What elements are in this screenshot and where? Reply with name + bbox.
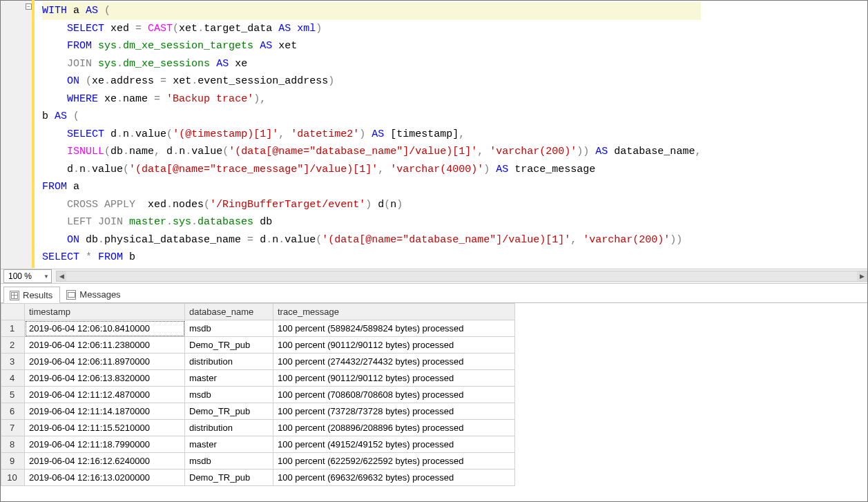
tab-messages[interactable]: Messages [60,286,128,302]
results-grid[interactable]: timestamp database_name trace_message 12… [1,303,867,501]
cell[interactable]: 2019-06-04 12:11:12.4870000 [25,387,185,403]
zoom-bar: 100 % ▼ ◀ ▶ [1,269,867,284]
code-line[interactable]: FROM a [42,178,701,196]
table-row[interactable]: 102019-06-04 12:16:13.0200000Demo_TR_pub… [1,470,515,486]
code-line[interactable]: WHERE xe.name = 'Backup trace'), [42,90,701,108]
zoom-value: 100 % [8,271,32,281]
cell[interactable]: master [185,436,273,453]
code-line[interactable]: ON db.physical_database_name = d.n.value… [42,231,701,249]
code-line[interactable]: b AS ( [42,108,701,126]
tab-results-label: Results [23,290,52,300]
cell[interactable]: 100 percent (73728/73728 bytes) processe… [273,403,515,420]
scroll-right-icon[interactable]: ▶ [857,271,867,281]
cell[interactable]: master [185,370,273,387]
cell[interactable]: distribution [185,420,273,436]
cell[interactable]: msdb [185,387,273,403]
table-row[interactable]: 62019-06-04 12:11:14.1870000Demo_TR_pub1… [1,403,515,420]
zoom-select[interactable]: 100 % ▼ [3,269,52,283]
cell[interactable]: 100 percent (208896/208896 bytes) proces… [273,420,515,436]
code-line[interactable]: ISNULL(db.name, d.n.value('(data[@name="… [42,143,701,161]
code-line[interactable]: ON (xe.address = xet.event_session_addre… [42,73,701,90]
message-icon [66,290,76,300]
cell[interactable]: 100 percent (622592/622592 bytes) proces… [273,453,515,470]
table-row[interactable]: 82019-06-04 12:11:18.7990000master100 pe… [1,436,515,453]
code-line[interactable]: SELECT xed = CAST(xet.target_data AS xml… [42,20,701,38]
row-number[interactable]: 8 [1,436,25,453]
row-number[interactable]: 9 [1,453,25,470]
editor-gutter: − [1,1,32,269]
table-row[interactable]: 72019-06-04 12:11:15.5210000distribution… [1,420,515,436]
col-database-name[interactable]: database_name [185,304,273,320]
table-row[interactable]: 12019-06-04 12:06:10.8410000msdb100 perc… [1,320,515,337]
horizontal-scrollbar[interactable]: ◀ ▶ [56,271,867,282]
header-row: timestamp database_name trace_message [1,304,515,320]
row-number[interactable]: 10 [1,470,25,486]
code-line[interactable]: LEFT JOIN master.sys.databases db [42,213,701,231]
row-number[interactable]: 3 [1,354,25,370]
table-row[interactable]: 42019-06-04 12:06:13.8320000master100 pe… [1,370,515,387]
scroll-left-icon[interactable]: ◀ [57,271,66,281]
code-line[interactable]: SELECT * FROM b [42,249,701,267]
table-row[interactable]: 22019-06-04 12:06:11.2380000Demo_TR_pub1… [1,337,515,354]
chevron-down-icon: ▼ [44,273,49,280]
row-number-header[interactable] [1,304,25,320]
table-row[interactable]: 92019-06-04 12:16:12.6240000msdb100 perc… [1,453,515,470]
code-area[interactable]: WITH a AS ( SELECT xed = CAST(xet.target… [32,1,701,269]
cell[interactable]: 100 percent (49152/49152 bytes) processe… [273,436,515,453]
cell[interactable]: 100 percent (90112/90112 bytes) processe… [273,370,515,387]
cell[interactable]: 2019-06-04 12:06:11.2380000 [25,337,185,354]
fold-toggle-icon[interactable]: − [26,3,32,10]
code-line[interactable]: JOIN sys.dm_xe_sessions AS xe [42,55,701,73]
row-number[interactable]: 6 [1,403,25,420]
cell[interactable]: 2019-06-04 12:11:15.5210000 [25,420,185,436]
code-line[interactable]: CROSS APPLY xed.nodes('/RingBufferTarget… [42,196,701,214]
cell[interactable]: 2019-06-04 12:06:13.8320000 [25,370,185,387]
code-line[interactable]: FROM sys.dm_xe_session_targets AS xet [42,37,701,55]
row-number[interactable]: 4 [1,370,25,387]
cell[interactable]: 2019-06-04 12:11:18.7990000 [25,436,185,453]
tab-messages-label: Messages [79,289,120,300]
cell[interactable]: 2019-06-04 12:16:12.6240000 [25,453,185,470]
cell[interactable]: 2019-06-04 12:06:11.8970000 [25,354,185,370]
cell[interactable]: 100 percent (589824/589824 bytes) proces… [273,320,515,337]
change-marker [32,1,35,268]
tab-results[interactable]: Results [3,287,60,303]
cell[interactable]: 100 percent (69632/69632 bytes) processe… [273,470,515,486]
col-timestamp[interactable]: timestamp [25,304,185,320]
cell[interactable]: Demo_TR_pub [185,403,273,420]
code-line[interactable]: d.n.value('(data[@name="trace_message"]/… [42,161,701,179]
cell[interactable]: 2019-06-04 12:16:13.0200000 [25,470,185,486]
cell[interactable]: 100 percent (708608/708608 bytes) proces… [273,387,515,403]
grid-icon [10,291,19,300]
cell[interactable]: 2019-06-04 12:06:10.8410000 [25,320,185,337]
row-number[interactable]: 1 [1,320,25,337]
row-number[interactable]: 5 [1,387,25,403]
row-number[interactable]: 2 [1,337,25,354]
row-number[interactable]: 7 [1,420,25,436]
sql-editor[interactable]: − WITH a AS ( SELECT xed = CAST(xet.targ… [1,1,867,269]
cell[interactable]: 2019-06-04 12:11:14.1870000 [25,403,185,420]
cell[interactable]: msdb [185,320,273,337]
cell[interactable]: msdb [185,453,273,470]
col-trace-message[interactable]: trace_message [273,304,515,320]
cell[interactable]: distribution [185,354,273,370]
cell[interactable]: 100 percent (274432/274432 bytes) proces… [273,354,515,370]
result-tabs: Results Messages [1,284,867,303]
cell[interactable]: Demo_TR_pub [185,337,273,354]
table-row[interactable]: 32019-06-04 12:06:11.8970000distribution… [1,354,515,370]
code-line[interactable]: SELECT d.n.value('(@timestamp)[1]', 'dat… [42,126,701,144]
code-line[interactable]: WITH a AS ( [42,2,701,20]
cell[interactable]: 100 percent (90112/90112 bytes) processe… [273,337,515,354]
cell[interactable]: Demo_TR_pub [185,470,273,486]
table-row[interactable]: 52019-06-04 12:11:12.4870000msdb100 perc… [1,387,515,403]
